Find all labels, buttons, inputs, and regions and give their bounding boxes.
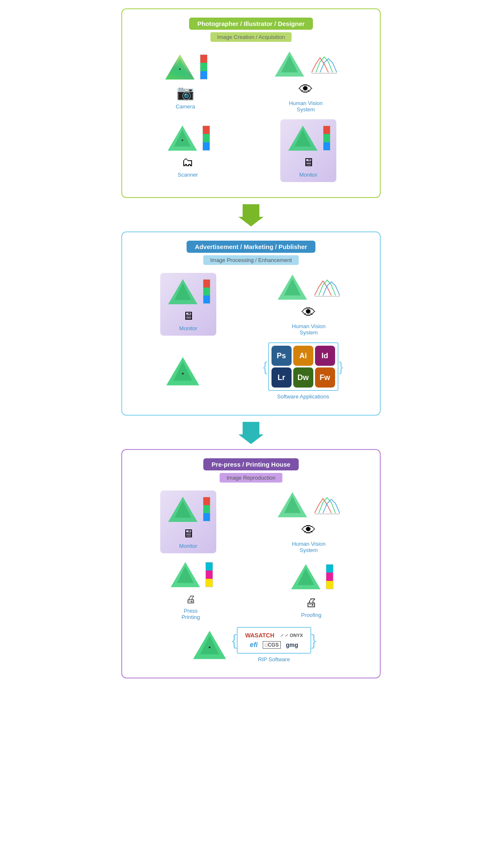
rip-software-item: WASATCH ⟋⟋ ONYX efi □CGS gmg RIP Softwar… xyxy=(237,627,311,663)
monitor2-item: 🖥 Monitor xyxy=(160,273,216,336)
section3-subtitle: Image Reproduction xyxy=(220,473,282,483)
section3-row3: WASATCH ⟋⟋ ONYX efi □CGS gmg RIP Softwar… xyxy=(131,627,371,663)
rip-row1: WASATCH ⟋⟋ ONYX xyxy=(245,632,303,639)
section1-row2: 🗂 Scanner xyxy=(131,119,371,182)
humanvision3-spectrum xyxy=(312,494,342,515)
monitor1-visuals xyxy=(286,123,330,153)
section1-title: Photographer / Illustrator / Designer xyxy=(189,18,313,30)
arrow2 xyxy=(238,420,264,445)
humanvision1-gamut xyxy=(273,49,306,79)
scanner-item: 🗂 Scanner xyxy=(166,123,210,178)
camera-item: 📷 Camera xyxy=(163,52,207,110)
proofing-item: 🖨 Proofing xyxy=(289,562,333,618)
gamut2-svg xyxy=(164,354,202,388)
press-colorbars xyxy=(205,562,213,587)
humanvision1-label: Human VisionSystem xyxy=(289,100,323,113)
software-apps-item: Ps Ai Id Lr Dw Fw Software Applications xyxy=(268,342,338,400)
section2-row1: 🖥 Monitor 👁 xyxy=(131,272,371,336)
app-ps-tile: Ps xyxy=(271,346,292,366)
monitor1-box: 🖥 Monitor xyxy=(280,119,336,182)
scanner-icon: 🗂 xyxy=(182,155,194,169)
monitor3-gamut xyxy=(166,495,200,524)
section2-subtitle: Image Processing / Enhancement xyxy=(203,255,298,265)
scanner-visuals xyxy=(166,123,210,153)
scanner-label: Scanner xyxy=(178,172,198,178)
monitor3-visuals xyxy=(166,495,210,524)
proofing-visuals xyxy=(289,562,333,591)
press-visuals xyxy=(169,560,213,589)
eye3-icon: 👁 xyxy=(302,522,316,538)
monitor2-visuals xyxy=(166,277,210,306)
app-dw-tile: Dw xyxy=(293,367,313,388)
rip-row2: efi □CGS gmg xyxy=(250,641,298,649)
svg-marker-20 xyxy=(238,422,264,444)
humanvision3-label: Human VisionSystem xyxy=(292,541,326,553)
humanvision3-item: 👁 Human VisionSystem xyxy=(276,490,342,553)
camera-gamut xyxy=(163,52,197,82)
apps-grid: Ps Ai Id Lr Dw Fw xyxy=(268,342,338,391)
section1-row1: 📷 Camera 👁 xyxy=(131,49,371,113)
rip-gamut-svg xyxy=(191,628,228,662)
svg-point-2 xyxy=(179,68,181,70)
section3-header: Pre-press / Printing House Image Reprodu… xyxy=(131,458,371,483)
humanvision1-item: 👁 Human VisionSystem xyxy=(273,49,339,113)
proofing-gamut xyxy=(289,562,323,591)
humanvision2-item: 👁 Human VisionSystem xyxy=(276,272,342,336)
monitor1-gamut xyxy=(286,123,320,153)
app-fw-tile: Fw xyxy=(315,367,335,388)
eye2-icon: 👁 xyxy=(302,304,316,321)
monitor2-box: 🖥 Monitor xyxy=(160,273,216,336)
software-apps-label: Software Applications xyxy=(277,393,329,400)
section2-header: Advertisement / Marketing / Publisher Im… xyxy=(131,241,371,265)
proofing-colorbars xyxy=(326,564,333,589)
rip-software-label: RIP Software xyxy=(258,656,290,663)
svg-point-32 xyxy=(209,646,211,648)
monitor2-gamut xyxy=(166,277,200,306)
monitor2-colorbars xyxy=(203,279,210,304)
app-ai-tile: Ai xyxy=(293,346,313,366)
press-rolls-icon: 🖨 xyxy=(186,593,196,605)
camera-label: Camera xyxy=(176,103,195,110)
monitor3-box: 🖥 Monitor xyxy=(160,490,216,553)
section2-title: Advertisement / Marketing / Publisher xyxy=(187,241,315,253)
humanvision1-spectrum xyxy=(310,54,339,74)
rip-cgs-logo: □CGS xyxy=(263,641,281,649)
press-printing-item: 🖨 PressPrinting xyxy=(169,560,213,620)
svg-point-19 xyxy=(182,372,184,375)
rip-efi-logo: efi xyxy=(250,641,258,649)
humanvision2-gamut xyxy=(276,272,309,302)
rip-wasatch-logo: WASATCH xyxy=(245,632,274,639)
arrow1 xyxy=(238,202,264,227)
monitor1-icon: 🖥 xyxy=(302,155,314,169)
app-lr-tile: Lr xyxy=(271,367,292,388)
press-gamut xyxy=(169,560,202,589)
section-photographer: Photographer / Illustrator / Designer Im… xyxy=(121,8,381,198)
scanner-gamut xyxy=(166,123,199,153)
proofing-printer-icon: 🖨 xyxy=(305,596,317,609)
rip-gmg-logo: gmg xyxy=(286,642,298,648)
svg-point-8 xyxy=(182,139,183,141)
humanvision1-visuals xyxy=(273,49,339,79)
camera-icon: 📷 xyxy=(177,84,194,101)
monitor2-label: Monitor xyxy=(179,325,197,331)
monitor2-icon: 🖥 xyxy=(182,309,194,323)
scanner-colorbars xyxy=(202,126,210,151)
camera-colorbars xyxy=(200,54,207,80)
monitor3-item: 🖥 Monitor xyxy=(160,490,216,553)
rip-logos-box: WASATCH ⟋⟋ ONYX efi □CGS gmg xyxy=(237,627,311,654)
monitor3-colorbars xyxy=(203,497,210,522)
humanvision3-visuals xyxy=(276,490,342,519)
monitor3-icon: 🖥 xyxy=(182,526,194,540)
camera-visuals xyxy=(163,52,207,82)
section2-row2: Ps Ai Id Lr Dw Fw Software Applications xyxy=(131,342,371,400)
app-id-tile: Id xyxy=(315,346,335,366)
section-prepress: Pre-press / Printing House Image Reprodu… xyxy=(121,449,381,678)
humanvision3-gamut xyxy=(276,490,309,519)
gamut2-item xyxy=(164,354,202,388)
monitor1-colorbars xyxy=(323,126,330,151)
section3-row1: 🖥 Monitor 👁 xyxy=(131,490,371,553)
section1-header: Photographer / Illustrator / Designer Im… xyxy=(131,18,371,42)
humanvision2-visuals xyxy=(276,272,342,302)
humanvision2-label: Human VisionSystem xyxy=(292,323,326,336)
eye1-icon: 👁 xyxy=(299,81,313,98)
